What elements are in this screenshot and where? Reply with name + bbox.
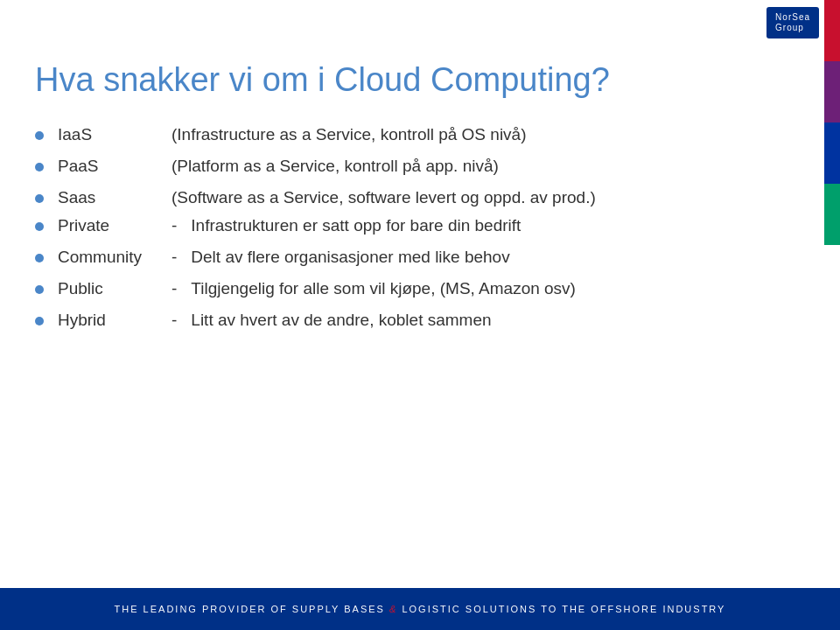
list-item: Hybrid - Litt av hvert av de andre, kobl… bbox=[35, 311, 814, 330]
bullet-description: (Platform as a Service, kontroll på app.… bbox=[172, 157, 814, 176]
footer: THE LEADING PROVIDER OF SUPPLY BASES & L… bbox=[0, 588, 840, 630]
list-item: PaaS (Platform as a Service, kontroll på… bbox=[35, 157, 814, 176]
list-item: Public - Tilgjengelig for alle som vil k… bbox=[35, 279, 814, 298]
color-blocks bbox=[824, 0, 840, 245]
bullet-dash: - bbox=[172, 248, 177, 267]
bullet-dot bbox=[35, 194, 44, 203]
bullet-description: Delt av flere organisasjoner med like be… bbox=[191, 248, 814, 267]
logo-line2: Group bbox=[775, 23, 810, 33]
footer-ampersand: & bbox=[389, 604, 402, 614]
color-block-red bbox=[824, 0, 840, 61]
bullet-content: Community - Delt av flere organisasjoner… bbox=[58, 248, 814, 267]
list-item: Private - Infrastrukturen er satt opp fo… bbox=[35, 216, 814, 235]
bullet-label: Hybrid bbox=[58, 311, 172, 330]
bullet-dot bbox=[35, 285, 44, 294]
list-item: Saas (Software as a Service, software le… bbox=[35, 188, 814, 207]
bullet-label: Public bbox=[58, 279, 172, 298]
slide-title: Hva snakker vi om i Cloud Computing? bbox=[35, 61, 814, 99]
bullet-dot bbox=[35, 317, 44, 326]
bullet-label: IaaS bbox=[58, 125, 172, 144]
list-item: IaaS (Infrastructure as a Service, kontr… bbox=[35, 125, 814, 144]
bullet-content: Private - Infrastrukturen er satt opp fo… bbox=[58, 216, 814, 235]
bullet-dot bbox=[35, 131, 44, 140]
bullet-description: Litt av hvert av de andre, koblet sammen bbox=[191, 311, 814, 330]
bullet-list-cloud: IaaS (Infrastructure as a Service, kontr… bbox=[35, 125, 814, 207]
bullet-description: Tilgjengelig for alle som vil kjøpe, (MS… bbox=[191, 279, 814, 298]
bullet-description: Infrastrukturen er satt opp for bare din… bbox=[191, 216, 814, 235]
footer-text: THE LEADING PROVIDER OF SUPPLY BASES & L… bbox=[115, 604, 726, 614]
bullet-label-community: Community bbox=[58, 248, 172, 267]
footer-text-part2: LOGISTIC SOLUTIONS TO THE OFFSHORE INDUS… bbox=[402, 604, 725, 614]
bullet-content: PaaS (Platform as a Service, kontroll på… bbox=[58, 157, 814, 176]
bullet-description: (Software as a Service, software levert … bbox=[172, 188, 814, 207]
bullet-content: Hybrid - Litt av hvert av de andre, kobl… bbox=[58, 311, 814, 330]
color-block-green bbox=[824, 184, 840, 245]
list-item: Community - Delt av flere organisasjoner… bbox=[35, 248, 814, 267]
logo-line1: NorSea bbox=[775, 12, 810, 23]
bullet-content: IaaS (Infrastructure as a Service, kontr… bbox=[58, 125, 814, 144]
bullet-dot bbox=[35, 254, 44, 262]
main-content: Hva snakker vi om i Cloud Computing? Iaa… bbox=[35, 52, 814, 578]
logo-text: NorSea Group bbox=[775, 12, 810, 33]
bullet-content: Saas (Software as a Service, software le… bbox=[58, 188, 814, 207]
bullet-label: Private bbox=[58, 216, 172, 235]
bullet-list-types: Private - Infrastrukturen er satt opp fo… bbox=[35, 216, 814, 330]
bullet-label: Saas bbox=[58, 188, 172, 207]
bullet-dot bbox=[35, 163, 44, 172]
color-block-purple bbox=[824, 61, 840, 122]
color-block-blue bbox=[824, 122, 840, 184]
bullet-dash: - bbox=[172, 311, 177, 330]
footer-text-part1: THE LEADING PROVIDER OF SUPPLY BASES bbox=[115, 604, 385, 614]
bullet-label: PaaS bbox=[58, 157, 172, 176]
bullet-description: (Infrastructure as a Service, kontroll p… bbox=[172, 125, 814, 144]
logo: NorSea Group bbox=[766, 7, 819, 38]
bullet-dot bbox=[35, 222, 44, 231]
bullet-dash: - bbox=[172, 216, 177, 235]
bullet-content: Public - Tilgjengelig for alle som vil k… bbox=[58, 279, 814, 298]
bullet-dash: - bbox=[172, 279, 177, 298]
